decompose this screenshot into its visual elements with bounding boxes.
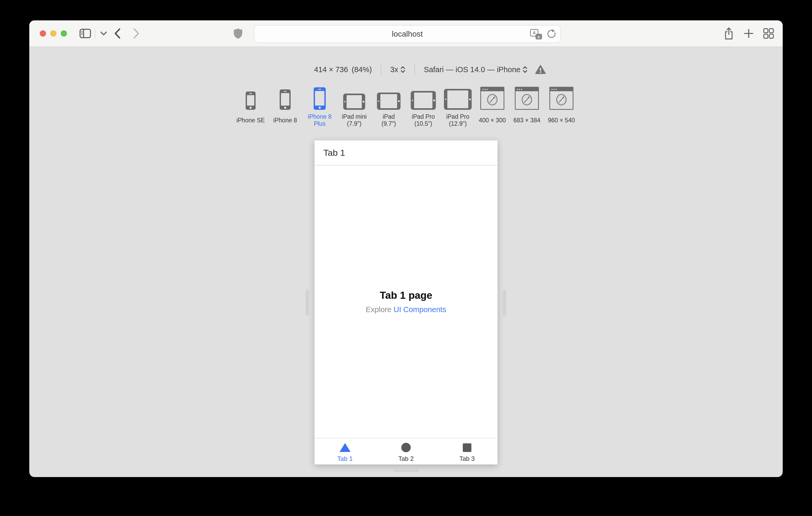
tab-2[interactable]: Tab 2 xyxy=(375,438,436,464)
rdm-divider xyxy=(381,64,381,75)
address-text: localhost xyxy=(392,30,423,38)
back-arrow-icon xyxy=(114,28,121,39)
sidebar-menu-button[interactable] xyxy=(98,27,109,40)
app-nav-bar: Tab 1 xyxy=(314,140,498,165)
chevron-down-icon xyxy=(100,31,107,36)
user-agent-value: Safari — iOS 14.0 — iPhone xyxy=(424,65,520,74)
ipad-pro-10-icon xyxy=(411,91,436,110)
device-option-iphone-se[interactable]: iPhone SE xyxy=(234,86,267,127)
safari-compass-icon xyxy=(485,92,499,107)
viewport-size-label: 414 × 736 xyxy=(314,65,348,74)
reload-icon xyxy=(547,29,556,39)
device-option-960x540[interactable]: 960 × 540 xyxy=(545,86,578,127)
back-button[interactable] xyxy=(111,27,123,40)
ipad-mini-icon xyxy=(343,94,365,110)
safari-compass-icon xyxy=(520,92,534,107)
nav-bar-title: Tab 1 xyxy=(323,148,345,158)
device-option-ipad-mini[interactable]: iPad mini(7.9") xyxy=(338,86,371,127)
warning-icon xyxy=(535,65,546,74)
pixel-ratio-value: 3x xyxy=(390,65,399,74)
toolbar-divider xyxy=(95,28,95,39)
page-content: Tab 1 page Explore UI Components xyxy=(314,165,498,438)
device-option-ipad-pro-12[interactable]: iPad Pro(12.9") xyxy=(441,86,474,127)
stepper-icon xyxy=(400,65,405,74)
warning-button[interactable] xyxy=(535,65,546,74)
ipad-pro-12-icon xyxy=(444,89,472,110)
ipad-icon xyxy=(377,93,401,110)
tab-overview-button[interactable] xyxy=(762,27,775,40)
device-option-ipad-pro-10[interactable]: iPad Pro(10.5") xyxy=(407,86,440,127)
tab-1[interactable]: Tab 1 xyxy=(314,438,375,464)
device-option-400x300[interactable]: 400 × 300 xyxy=(475,86,509,127)
translate-button[interactable]: A x xyxy=(530,29,542,39)
share-icon xyxy=(723,27,734,40)
sidebar-icon xyxy=(79,29,91,38)
minimize-window-button[interactable] xyxy=(50,30,57,37)
tab-3[interactable]: Tab 3 xyxy=(437,438,498,464)
plus-icon xyxy=(743,28,754,39)
device-option-iphone-8[interactable]: iPhone 8 xyxy=(268,86,302,127)
device-option-iphone-8-plus[interactable]: iPhone 8Plus xyxy=(303,86,337,127)
iphone-8-icon xyxy=(280,89,291,110)
browser-window-icon xyxy=(549,87,573,110)
rdm-divider xyxy=(414,64,415,75)
user-agent-select[interactable]: Safari — iOS 14.0 — iPhone xyxy=(424,65,528,74)
resize-handle-bottom[interactable] xyxy=(393,468,419,472)
resize-handle-right[interactable] xyxy=(502,290,506,316)
ui-components-link[interactable]: UI Components xyxy=(394,305,446,314)
device-option-ipad[interactable]: iPad(9.7") xyxy=(372,86,405,127)
resize-handle-left[interactable] xyxy=(306,290,309,316)
pixel-ratio-select[interactable]: 3x xyxy=(390,65,406,74)
app-tab-bar: Tab 1 Tab 2 Tab 3 xyxy=(314,438,498,464)
tab-overview-icon xyxy=(763,28,774,39)
browser-window-icon xyxy=(515,87,539,110)
reload-button[interactable] xyxy=(546,27,557,41)
forward-arrow-icon xyxy=(133,28,140,39)
zoom-percent-label: (84%) xyxy=(352,65,372,74)
sidebar-toggle-button[interactable] xyxy=(79,27,92,40)
address-bar[interactable]: localhost A x xyxy=(254,25,561,43)
iphone-se-icon xyxy=(245,91,256,110)
simulated-viewport: Tab 1 Tab 1 page Explore UI Components T… xyxy=(314,140,498,464)
circle-icon xyxy=(401,443,411,453)
traffic-lights xyxy=(40,30,67,37)
rdm-toolbar: 414 × 736 (84%) 3x Safari — iOS 14.0 — i… xyxy=(53,62,783,77)
page-title: Tab 1 page xyxy=(380,290,432,301)
desktop-background: localhost A x xyxy=(0,0,812,516)
close-window-button[interactable] xyxy=(40,30,46,37)
safari-compass-icon xyxy=(554,92,569,107)
forward-button[interactable] xyxy=(130,27,142,40)
safari-window: localhost A x xyxy=(29,20,783,477)
browser-window-icon xyxy=(480,87,504,110)
share-button[interactable] xyxy=(722,27,735,40)
shield-icon xyxy=(233,28,243,39)
device-option-683x384[interactable]: 683 × 384 xyxy=(510,86,544,127)
device-preset-row: iPhone SE iPhone 8 iPhone 8Plus iPad min… xyxy=(29,86,783,127)
page-subtitle: Explore UI Components xyxy=(366,305,446,314)
iphone-8-plus-icon xyxy=(314,87,326,110)
privacy-report-button[interactable] xyxy=(232,27,244,40)
triangle-icon xyxy=(340,443,351,453)
stepper-icon xyxy=(522,65,528,74)
new-tab-button[interactable] xyxy=(742,27,755,40)
square-icon xyxy=(463,443,471,453)
fullscreen-window-button[interactable] xyxy=(61,30,67,37)
titlebar: localhost A x xyxy=(29,20,783,47)
